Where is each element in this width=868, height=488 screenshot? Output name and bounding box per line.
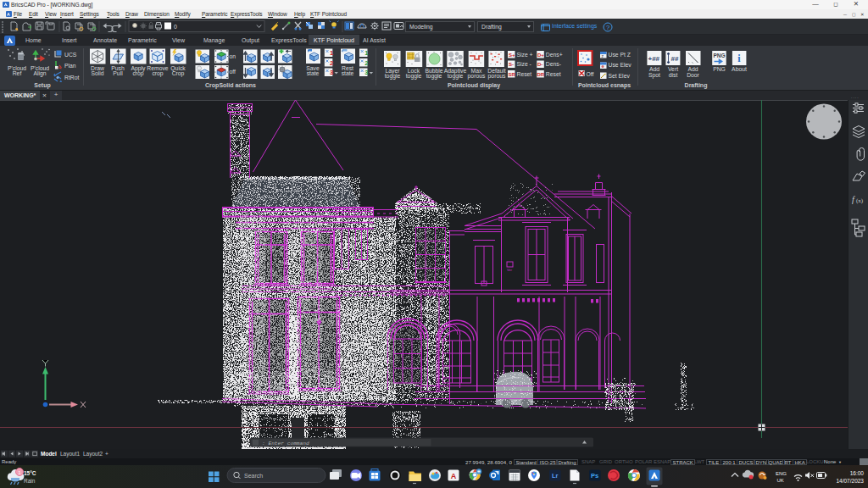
svg-text:Use Elev: Use Elev — [609, 62, 632, 68]
svg-text:Pointcloud display: Pointcloud display — [448, 82, 500, 89]
svg-text:Solid: Solid — [91, 70, 103, 76]
svg-text:D+: D+ — [537, 53, 544, 58]
svg-text:CropSolid actions: CropSolid actions — [205, 82, 256, 89]
svg-text:##: ## — [671, 55, 679, 63]
svg-text:Size -: Size - — [517, 61, 531, 67]
svg-text:Spot: Spot — [648, 72, 660, 79]
svg-text:Drafting: Drafting — [685, 82, 708, 89]
svg-text:crop: crop — [152, 70, 163, 77]
svg-text:2: 2 — [364, 59, 368, 67]
svg-text:toggle: toggle — [426, 73, 442, 80]
svg-text:ENG: ENG — [776, 471, 787, 476]
svg-text:state: state — [307, 70, 320, 76]
svg-text:porous: porous — [488, 73, 506, 80]
svg-text:3: 3 — [364, 69, 368, 76]
svg-text:Dens-: Dens- — [546, 61, 561, 67]
svg-text:A: A — [451, 472, 457, 480]
svg-text:Plan: Plan — [64, 63, 76, 69]
svg-text:RtRot: RtRot — [64, 75, 79, 80]
svg-text:Lr: Lr — [552, 472, 559, 480]
svg-text:UK: UK — [777, 478, 784, 483]
svg-text:About: About — [732, 66, 747, 72]
svg-text:toggle: toggle — [448, 73, 464, 80]
svg-text:Ps: Ps — [591, 472, 598, 480]
svg-text:14/07/2023: 14/07/2023 — [836, 478, 864, 484]
svg-text:Setup: Setup — [34, 82, 50, 89]
svg-text:Rain: Rain — [24, 478, 36, 484]
svg-text:state: state — [342, 70, 354, 76]
svg-text:D-: D- — [537, 62, 542, 67]
svg-text:Search: Search — [244, 473, 263, 479]
svg-text:f: f — [852, 195, 855, 204]
svg-text:Size +: Size + — [517, 52, 533, 58]
svg-text:PNG: PNG — [713, 66, 726, 72]
svg-text:15°C: 15°C — [24, 470, 36, 476]
svg-text:Reset: Reset — [517, 71, 532, 77]
svg-text:Pull: Pull — [113, 70, 123, 76]
svg-text:Door: Door — [687, 72, 699, 78]
svg-text:Ver: Ver — [507, 268, 513, 272]
svg-text:S-: S- — [509, 62, 514, 67]
svg-text:Use Pt Z: Use Pt Z — [609, 52, 631, 58]
svg-text:1: 1 — [330, 49, 333, 57]
svg-text:Off: Off — [587, 71, 594, 77]
svg-text:(x): (x) — [856, 197, 864, 204]
svg-text:toggle: toggle — [385, 73, 401, 80]
svg-text:Ref: Ref — [13, 70, 22, 76]
svg-text:2: 2 — [330, 59, 333, 67]
svg-text:S+: S+ — [509, 53, 515, 58]
svg-text:: Enter command: : Enter command — [262, 441, 309, 446]
svg-text:Crop: Crop — [172, 70, 185, 77]
svg-text:porous: porous — [468, 73, 486, 80]
svg-text:3: 3 — [330, 69, 333, 76]
svg-text:Dens+: Dens+ — [546, 52, 563, 58]
svg-text:?: ? — [606, 23, 609, 30]
svg-text:Reset: Reset — [546, 71, 561, 77]
svg-text:on: on — [230, 53, 236, 59]
svg-text:crop: crop — [132, 70, 143, 77]
svg-text:0: 0 — [174, 24, 177, 30]
svg-text:Set Elev: Set Elev — [609, 73, 631, 79]
svg-text:+##: +## — [648, 55, 660, 63]
svg-text:PNG: PNG — [714, 53, 726, 58]
svg-text:UCS: UCS — [64, 52, 77, 58]
svg-text:toggle: toggle — [406, 73, 422, 80]
svg-text:DR: DR — [537, 72, 545, 77]
svg-text:Align: Align — [33, 70, 46, 77]
svg-text:SR: SR — [509, 72, 516, 77]
svg-text:16:00: 16:00 — [850, 470, 865, 476]
svg-text:off: off — [230, 69, 236, 75]
svg-text:Pointcloud esnaps: Pointcloud esnaps — [578, 82, 631, 89]
svg-text:1: 1 — [364, 49, 368, 57]
svg-text:dist: dist — [669, 72, 678, 78]
